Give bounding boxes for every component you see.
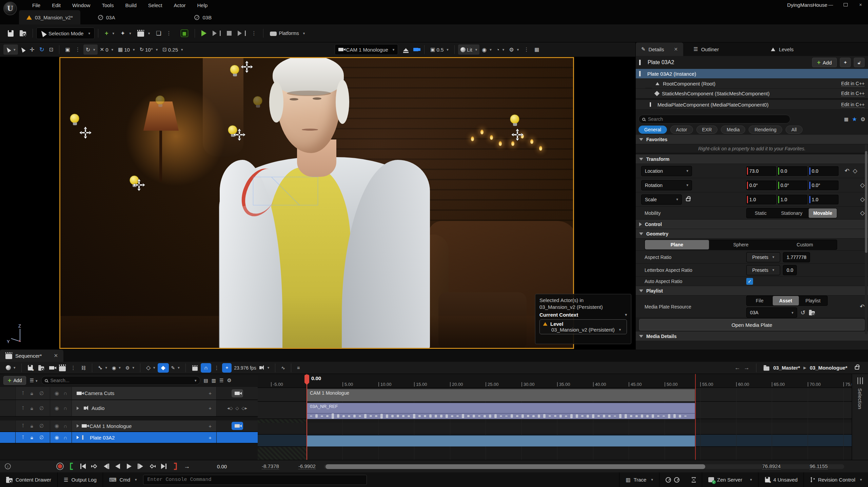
geometry-section-header[interactable]: Geometry xyxy=(636,229,868,239)
use-selected-asset-icon[interactable]: ↺ xyxy=(801,309,805,316)
maximize-viewport-button[interactable]: ▦ xyxy=(532,44,541,55)
filter-exr[interactable]: EXR xyxy=(696,126,718,134)
surface-snap-dropdown[interactable]: ✕0▾ xyxy=(98,44,116,55)
tab-levels[interactable]: Levels xyxy=(765,42,799,56)
unsaved-button[interactable]: 4 Unsaved xyxy=(758,472,804,487)
select-tool-button[interactable] xyxy=(18,44,27,55)
expand-arrow-icon[interactable] xyxy=(77,407,79,410)
move-gizmo[interactable] xyxy=(233,128,246,142)
selection-range-strip[interactable]: Selection xyxy=(852,374,868,470)
browse-sequence-button[interactable] xyxy=(36,363,47,373)
pin-icon[interactable]: ⊺ xyxy=(22,434,24,441)
next-keyframe-button[interactable] xyxy=(146,462,158,471)
screen-percentage-dropdown[interactable]: ▣0.5▾ xyxy=(428,44,451,55)
transform-tool-dropdown[interactable]: ▾ xyxy=(3,44,18,55)
headphones-icon[interactable]: ∩ xyxy=(63,435,67,441)
curve-editor-button[interactable]: ∿ xyxy=(279,363,288,373)
sequencer-tab[interactable]: Sequencer* ✕ xyxy=(0,350,63,362)
forward-arrow-icon[interactable]: → xyxy=(744,364,749,371)
breadcrumb-shot[interactable]: 03_Monologue* xyxy=(810,365,847,371)
save-sequence-button[interactable] xyxy=(25,363,36,373)
pin-icon[interactable]: ⊺ xyxy=(22,405,24,411)
track-camera-cuts[interactable]: ⊺🔒︎∅ ◉∩ Camera Cuts+ xyxy=(0,387,258,400)
browse-to-asset-icon[interactable] xyxy=(809,311,815,316)
light-bulb-sprite[interactable] xyxy=(510,114,520,127)
menu-tools[interactable]: Tools xyxy=(96,0,119,10)
build-button[interactable]: ▦ xyxy=(178,27,191,39)
view-range-start-field[interactable]: -6.9902 xyxy=(298,463,316,469)
aspect-ratio-field[interactable]: 1.777778 xyxy=(783,252,810,262)
edit-in-cpp-link[interactable]: Edit in C++ xyxy=(841,102,865,108)
maximize-button[interactable] xyxy=(838,0,853,10)
letterbox-presets-dropdown[interactable]: Presets▾ xyxy=(746,265,780,275)
previous-keyframe-button[interactable] xyxy=(89,462,100,471)
unlock-icon[interactable] xyxy=(855,366,859,370)
reset-to-default-icon[interactable]: ↶ xyxy=(845,167,849,174)
edit-in-cpp-link[interactable]: Edit in C++ xyxy=(841,91,865,96)
playhead-line[interactable] xyxy=(307,374,307,470)
shape-custom[interactable]: Custom xyxy=(773,240,837,249)
filter-all[interactable]: All xyxy=(786,126,803,134)
sequencer-timeline[interactable]: -5.005.0010.0015.0020.0025.0030.0035.004… xyxy=(258,374,852,470)
filter-rendering[interactable]: Rendering xyxy=(749,126,782,134)
tab-details[interactable]: ✎ Details✕ xyxy=(636,42,683,56)
console-command-input[interactable]: Enter Console Command xyxy=(143,475,367,485)
rotation-z-field[interactable]: 0.0° xyxy=(809,181,839,190)
component-row-root[interactable]: RootComponent (Root) Edit in C++ xyxy=(636,79,868,89)
playback-range-start-field[interactable]: -8.7378 xyxy=(262,463,279,469)
mobility-static[interactable]: Static xyxy=(747,208,775,218)
solo-icon[interactable]: ◉ xyxy=(55,390,59,396)
pilot-camera-button[interactable] xyxy=(411,44,421,55)
viewport-tool-options-icon[interactable]: ⋮ xyxy=(75,46,81,53)
headphones-icon[interactable]: ∩ xyxy=(63,390,67,396)
solo-icon[interactable]: ◉ xyxy=(55,434,59,441)
sequencer-settings-dropdown[interactable]: 🔧︎▾ xyxy=(96,363,110,373)
play-reverse-button[interactable] xyxy=(112,462,123,471)
unlock-icon[interactable]: 🔓︎ xyxy=(854,58,865,67)
cinematics-dropdown[interactable]: ▾ xyxy=(134,27,153,39)
revision-control-dropdown[interactable]: Revision Control▾ xyxy=(804,472,868,487)
add-section-icon[interactable]: + xyxy=(209,435,212,441)
blueprints-dropdown[interactable]: ✦▾ xyxy=(117,27,134,39)
playhead-snap-toggle[interactable]: ⌖ xyxy=(222,363,232,373)
sequence-hierarchy-button[interactable]: ⛓ xyxy=(79,363,88,373)
location-z-field[interactable]: 0.0 xyxy=(809,166,839,176)
menu-edit[interactable]: Edit xyxy=(46,0,66,10)
lock-icon[interactable]: 🔒︎ xyxy=(31,405,33,411)
back-arrow-icon[interactable]: ← xyxy=(734,364,740,371)
reset-to-default-icon[interactable]: ↶ xyxy=(860,303,865,310)
insights-buttons[interactable] xyxy=(659,472,686,487)
render-options-icon[interactable]: ⋮ xyxy=(71,365,76,371)
mute-icon[interactable]: ∅ xyxy=(39,405,44,411)
pin-icon[interactable]: ⊺ xyxy=(22,390,24,396)
fps-dropdown[interactable]: 23.976 fps▾ xyxy=(232,363,272,373)
close-icon[interactable]: ✕ xyxy=(674,46,678,52)
eject-pilot-button[interactable] xyxy=(401,44,411,55)
rotation-x-field[interactable]: 0.0° xyxy=(746,181,776,190)
background-tasks-button[interactable] xyxy=(686,472,702,487)
menu-select[interactable]: Select xyxy=(142,0,168,10)
next-key-icon[interactable]: ◇▸ xyxy=(242,406,248,411)
move-gizmo[interactable] xyxy=(132,178,146,192)
letterbox-field[interactable]: 0.0 xyxy=(783,265,797,275)
shape-plane[interactable]: Plane xyxy=(645,240,709,249)
move-gizmo[interactable] xyxy=(511,128,524,142)
jump-to-start-button[interactable] xyxy=(77,462,89,471)
keyframe-diamond-icon[interactable]: ◇ xyxy=(860,182,865,189)
loop-mode-button[interactable]: → xyxy=(181,462,193,471)
snap-toggle-dropdown[interactable]: ↻▾ xyxy=(83,44,98,55)
set-start-bracket-button[interactable] xyxy=(66,462,77,471)
mute-icon[interactable]: ∅ xyxy=(39,390,44,396)
playback-options-dropdown[interactable]: ⚙▾ xyxy=(123,363,137,373)
mute-icon[interactable]: ∅ xyxy=(39,434,44,441)
close-icon[interactable]: ✕ xyxy=(54,353,58,359)
favorites-section-header[interactable]: Favorites xyxy=(636,135,868,144)
keyframe-diamond-icon[interactable]: ◇ xyxy=(860,209,865,217)
save-button[interactable] xyxy=(5,27,17,39)
keyframe-diamond-icon[interactable]: ◇ xyxy=(860,196,865,203)
open-media-plate-button[interactable]: Open Media Plate xyxy=(639,319,865,331)
auto-aspect-checkbox[interactable]: ✓ xyxy=(746,278,753,285)
add-section-icon[interactable]: + xyxy=(209,423,212,429)
move-tool-button[interactable]: ✛ xyxy=(27,44,37,55)
lock-icon[interactable]: 🔒︎ xyxy=(31,423,33,429)
